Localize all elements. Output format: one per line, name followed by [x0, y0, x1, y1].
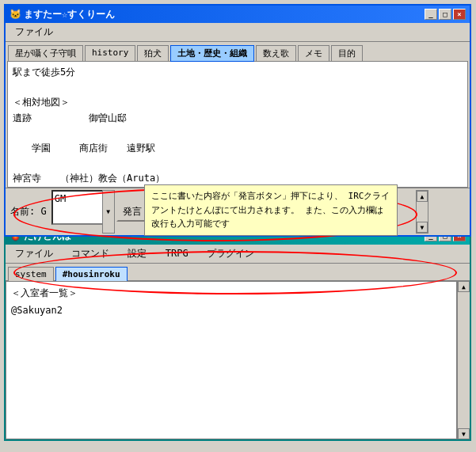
name-input-container: GM ▼: [51, 190, 115, 234]
menu-settings[interactable]: 設定: [121, 246, 153, 261]
content-area-1[interactable]: 駅まで徒歩5分 ＜相対地図＞ 遺跡 御曽山邸 学園 商店街 遠野駅 神宮寺 （神…: [7, 61, 468, 188]
name-label: 名前: G: [7, 203, 50, 220]
speak-button[interactable]: 発言: [116, 202, 148, 222]
minimize-button-1[interactable]: _: [425, 9, 437, 20]
menu-plugin[interactable]: プラグイン: [200, 246, 261, 261]
tab-hoshiga[interactable]: 星が囁く子守唄: [8, 45, 83, 62]
tab-mokuteki[interactable]: 目的: [331, 45, 363, 62]
scroll-down-msg[interactable]: ▼: [417, 222, 428, 233]
content-scrollbar-2[interactable]: ▲ ▼: [457, 281, 470, 439]
menu-bar-2: ファイル コマンド 設定 TRPG プラグイン: [6, 245, 470, 264]
app-icon-1: 🐱: [10, 9, 21, 20]
member-item-1: @Sakuyan2: [11, 302, 451, 320]
maximize-button-1[interactable]: □: [439, 9, 451, 20]
content-text-2: ＜入室者一覧＞ @Sakuyan2: [6, 282, 456, 322]
tab-tochi[interactable]: 土地・歴史・組織: [170, 45, 254, 62]
window-title-1: ますたー☆すくりーん: [24, 8, 115, 21]
menu-trpg[interactable]: TRPG: [159, 247, 195, 260]
window-taketombo: 🏮 たけとんぼ _ □ × ファイル コマンド 設定 TRPG プラグイン sy…: [4, 226, 471, 441]
window-master-screen: 🐱 ますたー☆すくりーん _ □ × ファイル 星が囁く子守唄 history …: [4, 4, 471, 237]
tabs-bar-2: system #housinroku: [6, 264, 470, 280]
content-text-1: 駅まで徒歩5分 ＜相対地図＞ 遺跡 御曽山邸 学園 商店街 遠野駅 神宮寺 （神…: [8, 62, 467, 188]
section-header-2: ＜入室者一覧＞: [11, 285, 451, 302]
tab-housinroku[interactable]: #housinroku: [55, 267, 128, 281]
tabs-bar-1: 星が囁く子守唄 history 狛犬 土地・歴史・組織 数え歌 メモ 目的: [6, 42, 470, 61]
input-row-1: 名前: G GM ▼ ここに書いた内容が「発言ボタン」押下により、 IRCクライ…: [6, 188, 470, 235]
tab-memo[interactable]: メモ: [298, 45, 329, 62]
tab-kazoe[interactable]: 数え歌: [256, 45, 296, 62]
title-controls-1: _ □ ×: [425, 9, 466, 20]
msg-scrollbar[interactable]: ▲ ▼: [416, 190, 428, 234]
content-area-2[interactable]: ＜入室者一覧＞ @Sakuyan2: [6, 281, 457, 439]
menu-file-2[interactable]: ファイル: [9, 246, 59, 261]
menu-command[interactable]: コマンド: [65, 246, 116, 261]
tab-system[interactable]: system: [8, 267, 54, 281]
content-layout-2: ＜入室者一覧＞ @Sakuyan2 ▲ ▼: [6, 280, 470, 439]
tooltip-balloon: ここに書いた内容が「発言ボタン」押下により、 IRCクライアントたけとんぼにて出…: [144, 184, 398, 236]
scroll-up-2[interactable]: ▲: [458, 281, 470, 292]
name-dropdown-btn[interactable]: ▼: [102, 190, 115, 234]
tab-komaken[interactable]: 狛犬: [137, 45, 169, 62]
scroll-up-msg[interactable]: ▲: [417, 191, 428, 202]
menu-bar-1: ファイル: [6, 23, 470, 42]
close-button-1[interactable]: ×: [453, 9, 466, 20]
scroll-down-2[interactable]: ▼: [458, 428, 470, 439]
menu-file-1[interactable]: ファイル: [9, 25, 59, 40]
tab-history[interactable]: history: [85, 45, 135, 62]
title-bar-1: 🐱 ますたー☆すくりーん _ □ ×: [6, 6, 470, 23]
